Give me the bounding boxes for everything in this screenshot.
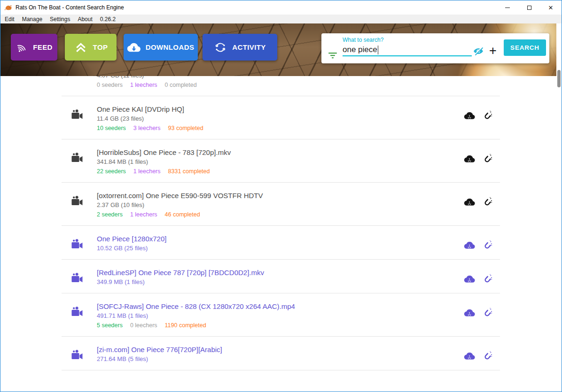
completed-count: 93 completed	[168, 123, 203, 133]
minimize-button[interactable]	[497, 0, 518, 15]
rat-logo-icon	[4, 3, 13, 12]
video-camera-icon	[71, 306, 83, 317]
download-icon[interactable]	[464, 240, 475, 252]
feed-button-label: FEED	[33, 43, 53, 51]
torrent-title[interactable]: [SOFCJ-Raws] One Piece - 828 (CX 1280x72…	[97, 301, 464, 311]
completed-count: 1190 completed	[165, 321, 206, 330]
add-search-icon[interactable]: +	[487, 44, 499, 58]
search-field-label: What to search?	[343, 37, 383, 43]
search-card: What to search? one piece + SEARCH	[321, 33, 549, 63]
torrent-size: 349.9 MB (1 files)	[97, 277, 464, 287]
magnet-icon[interactable]	[481, 111, 492, 122]
completed-count: 8331 completed	[168, 167, 210, 176]
torrent-title[interactable]: [zi-m.com] One Piece 776[720P][Arabic]	[97, 345, 464, 354]
downloads-button-label: DOWNLOADS	[146, 43, 195, 51]
search-results-list: 4.07 GB (11 files) 0 seeders 1 leechers …	[62, 61, 500, 370]
seeders-count: 0 seeders	[97, 80, 123, 90]
leechers-count: 1 leechers	[130, 210, 157, 219]
search-button[interactable]: SEARCH	[504, 39, 546, 56]
completed-count: 46 completed	[165, 210, 200, 219]
video-camera-icon	[71, 272, 83, 284]
window-title: Rats On The Boat - Content Search Engine	[16, 4, 124, 11]
close-icon: ✕	[548, 5, 554, 11]
menu-about[interactable]: About	[74, 15, 96, 23]
torrent-stats: 22 seeders 1 leechers 8331 completed	[97, 167, 464, 176]
menu-version[interactable]: 0.26.2	[96, 15, 119, 23]
result-row[interactable]: [HorribleSubs] One Piece - 783 [720p].mk…	[62, 139, 500, 183]
seeders-count: 10 seeders	[97, 123, 126, 133]
chevrons-up-icon	[74, 40, 88, 54]
search-underline	[343, 55, 472, 56]
menu-settings[interactable]: Settings	[46, 15, 74, 23]
maximize-button[interactable]	[518, 0, 540, 15]
scrollbar-thumb[interactable]	[557, 70, 561, 87]
video-camera-icon	[71, 109, 83, 120]
maximize-icon	[527, 6, 531, 10]
result-row[interactable]: [oxtorrent.com] One Piece E590-599 VOSTF…	[62, 183, 500, 226]
downloads-button[interactable]: DOWNLOADS	[124, 34, 198, 61]
text-caret	[378, 46, 378, 54]
torrent-size: 341.84 MB (1 files)	[97, 157, 464, 167]
feed-icon	[16, 41, 28, 54]
torrent-title[interactable]: One Piece [1280x720]	[97, 234, 464, 244]
result-row[interactable]: One Piece KAI [DVDrip HQ] 11.4 GB (23 fi…	[62, 96, 500, 139]
minimize-icon	[505, 8, 510, 8]
download-icon[interactable]	[464, 351, 475, 362]
torrent-title[interactable]: One Piece KAI [DVDrip HQ]	[97, 104, 464, 114]
torrent-stats: 2 seeders 1 leechers 46 completed	[97, 210, 464, 219]
torrent-title[interactable]: [oxtorrent.com] One Piece E590-599 VOSTF…	[97, 191, 464, 200]
leechers-count: 0 leechers	[130, 321, 157, 330]
torrent-size: 271.64 MB (5 files)	[97, 354, 464, 364]
result-row[interactable]: [SOFCJ-Raws] One Piece - 828 (CX 1280x72…	[62, 293, 500, 337]
result-row[interactable]: [RedLineSP] One Piece 787 [720p] [7BDCD0…	[62, 260, 500, 293]
download-icon[interactable]	[464, 111, 475, 122]
top-button-label: TOP	[93, 43, 108, 51]
torrent-title[interactable]: [RedLineSP] One Piece 787 [720p] [7BDCD0…	[97, 268, 464, 277]
leechers-count: 1 leechers	[130, 80, 157, 90]
close-button[interactable]: ✕	[540, 0, 562, 15]
filter-icon[interactable]	[328, 52, 337, 59]
result-row[interactable]: One Piece [1280x720] 10.52 GB (25 files)	[62, 226, 500, 260]
torrent-size: 491.71 MB (1 files)	[97, 311, 464, 321]
leechers-count: 3 leechers	[133, 123, 161, 133]
magnet-icon[interactable]	[481, 154, 492, 165]
header-artwork: FEED TOP DOWNLOADS	[0, 23, 556, 76]
app-window: Rats On The Boat - Content Search Engine…	[0, 0, 562, 392]
magnet-icon[interactable]	[481, 351, 492, 362]
menu-manage[interactable]: Manage	[18, 15, 46, 23]
search-input-value: one piece	[343, 45, 377, 54]
completed-count: 0 completed	[165, 80, 197, 90]
video-camera-icon	[71, 238, 83, 250]
magnet-icon[interactable]	[481, 197, 492, 208]
leechers-count: 1 leechers	[133, 167, 161, 176]
cloud-download-icon	[127, 41, 140, 54]
download-icon[interactable]	[464, 197, 475, 208]
result-row[interactable]: [zi-m.com] One Piece 776[720P][Arabic] 2…	[62, 337, 500, 370]
magnet-icon[interactable]	[481, 308, 492, 319]
video-camera-icon	[71, 349, 83, 361]
activity-button-label: ACTIVITY	[232, 43, 266, 51]
menu-bar: Edit Manage Settings About 0.26.2	[0, 15, 562, 23]
seeders-count: 5 seeders	[97, 321, 123, 330]
magnet-icon[interactable]	[481, 240, 492, 252]
top-button[interactable]: TOP	[65, 34, 117, 61]
content-area: 4.07 GB (11 files) 0 seeders 1 leechers …	[0, 23, 562, 391]
seeders-count: 2 seeders	[97, 210, 123, 219]
video-camera-icon	[71, 152, 83, 163]
menu-edit[interactable]: Edit	[1, 15, 18, 23]
titlebar: Rats On The Boat - Content Search Engine…	[0, 0, 562, 15]
magnet-icon[interactable]	[481, 274, 492, 285]
sync-arrows-icon	[214, 41, 227, 54]
seeders-count: 22 seeders	[97, 167, 126, 176]
download-icon[interactable]	[464, 308, 475, 319]
torrent-stats: 10 seeders 3 leechers 93 completed	[97, 123, 464, 133]
download-icon[interactable]	[464, 274, 475, 285]
activity-button[interactable]: ACTIVITY	[203, 34, 277, 61]
search-input[interactable]: one piece	[343, 45, 378, 54]
torrent-title[interactable]: [HorribleSubs] One Piece - 783 [720p].mk…	[97, 147, 464, 157]
torrent-size: 10.52 GB (25 files)	[97, 244, 464, 253]
download-icon[interactable]	[464, 154, 475, 165]
feed-button[interactable]: FEED	[11, 34, 57, 61]
torrent-stats: 0 seeders 1 leechers 0 completed	[97, 80, 464, 90]
eye-off-icon[interactable]	[472, 46, 484, 57]
